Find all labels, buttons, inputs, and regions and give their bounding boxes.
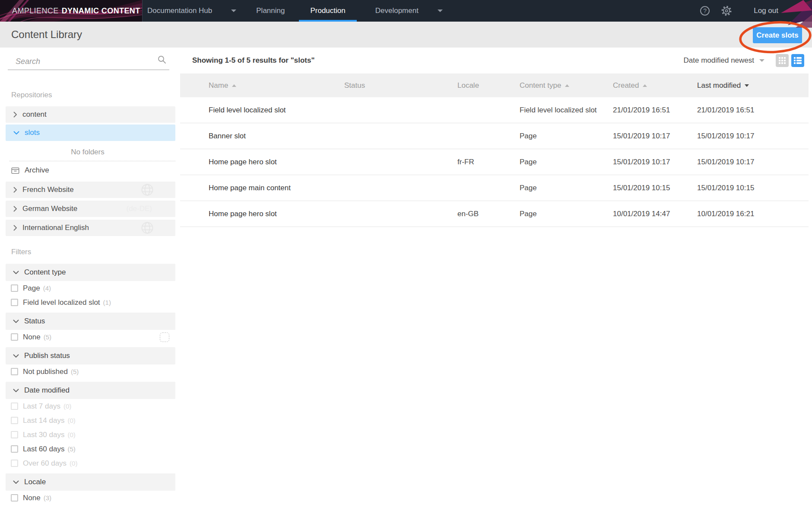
checkbox[interactable] — [11, 299, 18, 306]
column-header-created[interactable]: Created — [613, 81, 697, 90]
checkbox[interactable] — [11, 431, 18, 438]
filter-group-content-type[interactable]: Content type — [6, 264, 175, 281]
column-header-content-type[interactable]: Content type — [520, 81, 613, 90]
checkbox[interactable] — [11, 460, 18, 467]
nav-tab-production[interactable]: Production — [299, 0, 356, 22]
column-header-name[interactable]: Name — [209, 81, 344, 90]
repo-label: content — [22, 110, 47, 119]
sidebar-item-slots-repo[interactable]: slots — [6, 125, 175, 141]
settings-gear-icon[interactable] — [721, 5, 732, 16]
filter-item-label: Field level localized slot — [23, 298, 100, 307]
filter-item-last-60-days[interactable]: Last 60 days(5) — [6, 442, 175, 456]
cell-last-modified: 15/01/2019 10:15 — [697, 184, 809, 192]
chevron-down-icon — [13, 319, 19, 323]
archive-label: Archive — [25, 166, 49, 175]
filter-group-label: Publish status — [24, 351, 70, 360]
checkbox[interactable] — [11, 417, 18, 424]
filter-group-date-modified[interactable]: Date modified — [6, 382, 175, 399]
checkbox[interactable] — [11, 494, 18, 502]
filter-group-status[interactable]: Status — [6, 313, 175, 330]
filter-item-label: Not published — [23, 367, 68, 376]
search-icon[interactable] — [157, 55, 167, 66]
table-row[interactable]: Home page hero sloten-GBPage10/01/2019 1… — [180, 201, 809, 227]
filter-item-label: None — [23, 494, 41, 502]
main-content: Showing 1-5 of 5 results for "slots" Dat… — [175, 48, 812, 508]
repositories-section-label: Repositories — [11, 91, 175, 99]
table-row[interactable]: Home page main contentPage15/01/2019 10:… — [180, 175, 809, 201]
page-title: Content Library — [11, 29, 82, 41]
no-folders-message: No folders — [0, 148, 175, 156]
sidebar-item-international-english[interactable]: International English — [6, 220, 175, 236]
filter-item-page[interactable]: Page(4) — [6, 281, 175, 295]
checkbox[interactable] — [11, 445, 18, 453]
cell-name: Home page hero slot — [209, 158, 344, 166]
chevron-down-icon[interactable] — [759, 59, 764, 62]
nav-tab-development[interactable]: Development — [375, 0, 443, 22]
globe-icon — [141, 221, 154, 234]
sidebar-item-archive[interactable]: Archive — [6, 163, 175, 178]
table-row[interactable]: Field level localized slotField level lo… — [180, 97, 809, 123]
filter-item-last-30-days[interactable]: Last 30 days(0) — [6, 428, 175, 442]
chevron-right-icon — [13, 206, 17, 212]
column-header-label: Locale — [457, 81, 479, 90]
filter-group-publish-status[interactable]: Publish status — [6, 347, 175, 364]
globe-icon — [141, 183, 154, 196]
column-header-label: Status — [344, 81, 365, 90]
cell-last-modified: 15/01/2019 10:17 — [697, 132, 809, 141]
table-row[interactable]: Home page hero slotfr-FRPage15/01/2019 1… — [180, 149, 809, 175]
checkbox[interactable] — [11, 284, 18, 292]
brand-text-light: AMPLIENCE — [12, 6, 59, 16]
checkbox[interactable] — [11, 333, 18, 341]
brand-logo: AMPLIENCE DYNAMIC CONTENT — [0, 0, 143, 22]
column-header-last-modified[interactable]: Last modified — [697, 81, 809, 90]
filter-item-label: Last 60 days — [23, 445, 64, 454]
sort-desc-icon — [745, 84, 749, 87]
chevron-down-icon — [13, 480, 19, 484]
filter-item-over-60-days[interactable]: Over 60 days(0) — [6, 456, 175, 470]
filter-item-none[interactable]: None(3) — [6, 491, 175, 505]
create-slots-button[interactable]: Create slots — [753, 27, 802, 43]
filter-item-label: None — [23, 333, 41, 342]
filter-item-last-14-days[interactable]: Last 14 days(0) — [6, 413, 175, 428]
filter-item-last-7-days[interactable]: Last 7 days(0) — [6, 399, 175, 413]
filter-group-locale[interactable]: Locale — [6, 473, 175, 491]
filter-group-label: Date modified — [24, 386, 70, 395]
nav-tab-documentation-hub[interactable]: Documentation Hub — [147, 0, 236, 22]
help-icon[interactable]: ? — [700, 6, 710, 16]
active-tab-underline — [299, 20, 356, 22]
grid-view-toggle-icon[interactable] — [776, 54, 789, 67]
filter-item-field-level-localized-slot[interactable]: Field level localized slot(1) — [6, 295, 175, 310]
sort-dropdown[interactable]: Date modified newest — [684, 56, 754, 65]
filter-item-label: Last 30 days — [23, 431, 64, 439]
logout-button[interactable]: Log out — [754, 6, 778, 15]
chevron-right-icon — [13, 187, 17, 193]
filter-item-count: (3) — [44, 494, 51, 502]
chevron-down-icon — [13, 389, 19, 393]
filter-item-count: (0) — [70, 460, 77, 467]
cell-last-modified: 21/01/2019 16:51 — [697, 106, 809, 115]
page-body: Repositories content slots No folders — [0, 48, 812, 508]
repo-label: International English — [22, 224, 89, 232]
sidebar-item-german-website[interactable]: German Website (de-DE) — [6, 201, 175, 217]
column-header-status[interactable]: Status — [344, 81, 457, 90]
nav-tab-label: Development — [375, 6, 419, 15]
checkbox[interactable] — [11, 368, 18, 375]
list-view-toggle-icon[interactable] — [791, 54, 804, 67]
filter-item-not-published[interactable]: Not published(5) — [6, 364, 175, 379]
help-glyph: ? — [703, 7, 707, 14]
nav-tab-planning[interactable]: Planning — [256, 0, 285, 22]
cell-name: Field level localized slot — [209, 106, 344, 115]
checkbox[interactable] — [11, 403, 18, 410]
table-row[interactable]: Banner slotPage15/01/2019 10:1715/01/201… — [180, 123, 809, 149]
cell-name: Banner slot — [209, 132, 344, 141]
sidebar-item-french-website[interactable]: French Website — [6, 182, 175, 198]
filter-item-count: (0) — [67, 431, 75, 438]
nav-right-group: ? Log out — [700, 0, 778, 22]
brand-text-bold: DYNAMIC CONTENT — [62, 6, 140, 16]
column-header-locale[interactable]: Locale — [457, 81, 520, 90]
sidebar-item-content-repo[interactable]: content — [6, 106, 175, 123]
repo-label: German Website — [22, 204, 77, 213]
repo-label: slots — [25, 128, 40, 137]
search-input[interactable] — [8, 54, 169, 70]
filter-item-none[interactable]: None(5) — [6, 330, 175, 344]
